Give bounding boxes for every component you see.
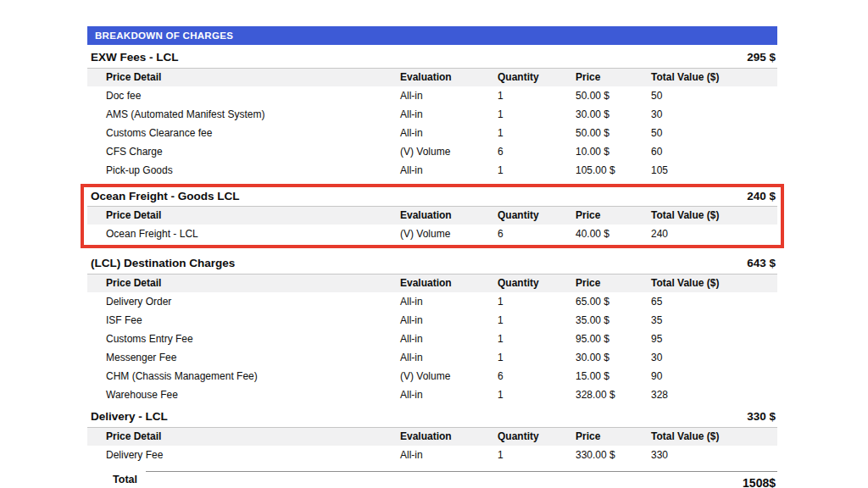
table-row: Pick-up Goods All-in 1 105.00 $ 105 xyxy=(87,161,777,180)
column-header-row: Price Detail Evaluation Quantity Price T… xyxy=(87,206,777,225)
cell-quantity: 1 xyxy=(498,385,576,404)
column-header-evaluation: Evaluation xyxy=(400,207,498,225)
column-header-price: Price xyxy=(576,274,651,292)
column-header-row: Price Detail Evaluation Quantity Price T… xyxy=(87,68,777,86)
cell-price-detail: Messenger Fee xyxy=(87,348,400,367)
cell-quantity: 1 xyxy=(498,124,576,142)
cell-price: 15.00 $ xyxy=(576,367,651,385)
table-row: Delivery Order All-in 1 65.00 $ 65 xyxy=(87,292,777,311)
section-subtotal: 643 $ xyxy=(747,257,776,269)
section-title-row: Delivery - LCL 330 $ xyxy=(87,404,777,427)
column-header-total-value: Total Value ($) xyxy=(651,428,777,446)
cell-price: 30.00 $ xyxy=(576,105,651,124)
cell-price: 95.00 $ xyxy=(576,330,651,348)
cell-evaluation: All-in xyxy=(400,86,498,105)
column-header-quantity: Quantity xyxy=(498,274,576,292)
cell-price-detail: CHM (Chassis Management Fee) xyxy=(87,367,400,385)
cell-price: 50.00 $ xyxy=(576,86,651,105)
cell-evaluation: All-in xyxy=(400,161,498,180)
table-row: CHM (Chassis Management Fee) (V) Volume … xyxy=(87,367,777,385)
section-exw-fees-lcl: EXW Fees - LCL 295 $ Price Detail Evalua… xyxy=(87,45,777,180)
section-title: Delivery - LCL xyxy=(91,410,168,423)
cell-evaluation: All-in xyxy=(400,311,498,330)
cell-evaluation: All-in xyxy=(400,385,498,404)
cell-quantity: 6 xyxy=(498,225,576,243)
cell-price-detail: Delivery Order xyxy=(87,292,400,311)
section-delivery-lcl: Delivery - LCL 330 $ Price Detail Evalua… xyxy=(87,404,777,464)
cell-total-value: 328 xyxy=(651,385,777,404)
cell-price-detail: CFS Charge xyxy=(87,142,400,161)
cell-price: 330.00 $ xyxy=(576,446,651,464)
document-title-bar: BREAKDOWN OF CHARGES xyxy=(87,26,777,45)
cell-evaluation: (V) Volume xyxy=(400,367,498,385)
cell-total-value: 60 xyxy=(651,142,777,161)
cell-evaluation: All-in xyxy=(400,446,498,464)
column-header-price: Price xyxy=(576,207,651,225)
cell-evaluation: (V) Volume xyxy=(400,142,498,161)
grand-total-value: 1508$ xyxy=(743,476,776,488)
cell-total-value: 105 xyxy=(651,161,777,180)
cell-evaluation: All-in xyxy=(400,124,498,142)
cell-total-value: 30 xyxy=(651,348,777,367)
column-header-price: Price xyxy=(576,69,651,86)
column-header-price-detail: Price Detail xyxy=(87,274,400,292)
cell-price-detail: Pick-up Goods xyxy=(87,161,400,180)
charges-document: BREAKDOWN OF CHARGES EXW Fees - LCL 295 … xyxy=(87,26,777,488)
cell-price-detail: Ocean Freight - LCL xyxy=(87,225,400,243)
column-header-row: Price Detail Evaluation Quantity Price T… xyxy=(87,427,777,446)
section-subtotal: 240 $ xyxy=(747,190,776,202)
section-lcl-destination-charges: (LCL) Destination Charges 643 $ Price De… xyxy=(87,251,777,404)
section-title: (LCL) Destination Charges xyxy=(91,257,235,269)
cell-total-value: 30 xyxy=(651,105,777,124)
column-header-price-detail: Price Detail xyxy=(87,428,400,446)
column-header-quantity: Quantity xyxy=(498,69,576,86)
cell-quantity: 1 xyxy=(498,311,576,330)
cell-evaluation: All-in xyxy=(400,292,498,311)
column-header-price: Price xyxy=(576,428,651,446)
column-header-total-value: Total Value ($) xyxy=(651,69,777,86)
column-header-total-value: Total Value ($) xyxy=(651,274,777,292)
section-subtotal: 330 $ xyxy=(747,410,776,423)
table-row: Customs Entry Fee All-in 1 95.00 $ 95 xyxy=(87,330,777,348)
column-header-total-value: Total Value ($) xyxy=(651,207,777,225)
column-header-evaluation: Evaluation xyxy=(400,69,498,86)
section-title-row: Ocean Freight - Goods LCL 240 $ xyxy=(87,187,777,206)
cell-quantity: 1 xyxy=(498,348,576,367)
column-header-price-detail: Price Detail xyxy=(87,69,400,86)
cell-price: 30.00 $ xyxy=(576,348,651,367)
cell-price: 328.00 $ xyxy=(576,385,651,404)
cell-price-detail: ISF Fee xyxy=(87,311,400,330)
cell-total-value: 35 xyxy=(651,311,777,330)
cell-quantity: 1 xyxy=(498,86,576,105)
section-title: EXW Fees - LCL xyxy=(91,51,179,64)
cell-price: 105.00 $ xyxy=(576,161,651,180)
grand-total-label: Total xyxy=(87,471,146,488)
column-header-evaluation: Evaluation xyxy=(400,274,498,292)
cell-price-detail: Customs Clearance fee xyxy=(87,124,400,142)
grand-total-rule: 1508$ xyxy=(146,471,777,488)
cell-price: 10.00 $ xyxy=(576,142,651,161)
cell-quantity: 1 xyxy=(498,330,576,348)
section-title: Ocean Freight - Goods LCL xyxy=(91,190,240,202)
highlight-annotation-box: Ocean Freight - Goods LCL 240 $ Price De… xyxy=(81,184,784,248)
cell-price-detail: AMS (Automated Manifest System) xyxy=(87,105,400,124)
cell-price-detail: Warehouse Fee xyxy=(87,385,400,404)
column-header-price-detail: Price Detail xyxy=(87,207,400,225)
table-row: Customs Clearance fee All-in 1 50.00 $ 5… xyxy=(87,124,777,142)
section-title-row: EXW Fees - LCL 295 $ xyxy=(87,45,777,68)
table-row: Warehouse Fee All-in 1 328.00 $ 328 xyxy=(87,385,777,404)
cell-evaluation: (V) Volume xyxy=(400,225,498,243)
cell-price: 40.00 $ xyxy=(576,225,651,243)
section-ocean-freight-goods-lcl: Ocean Freight - Goods LCL 240 $ Price De… xyxy=(87,187,777,243)
cell-total-value: 95 xyxy=(651,330,777,348)
table-row: AMS (Automated Manifest System) All-in 1… xyxy=(87,105,777,124)
cell-quantity: 6 xyxy=(498,142,576,161)
column-header-quantity: Quantity xyxy=(498,207,576,225)
cell-price: 50.00 $ xyxy=(576,124,651,142)
cell-quantity: 6 xyxy=(498,367,576,385)
cell-total-value: 65 xyxy=(651,292,777,311)
table-row: Doc fee All-in 1 50.00 $ 50 xyxy=(87,86,777,105)
cell-price-detail: Doc fee xyxy=(87,86,400,105)
table-row: Delivery Fee All-in 1 330.00 $ 330 xyxy=(87,446,777,464)
cell-total-value: 330 xyxy=(651,446,777,464)
